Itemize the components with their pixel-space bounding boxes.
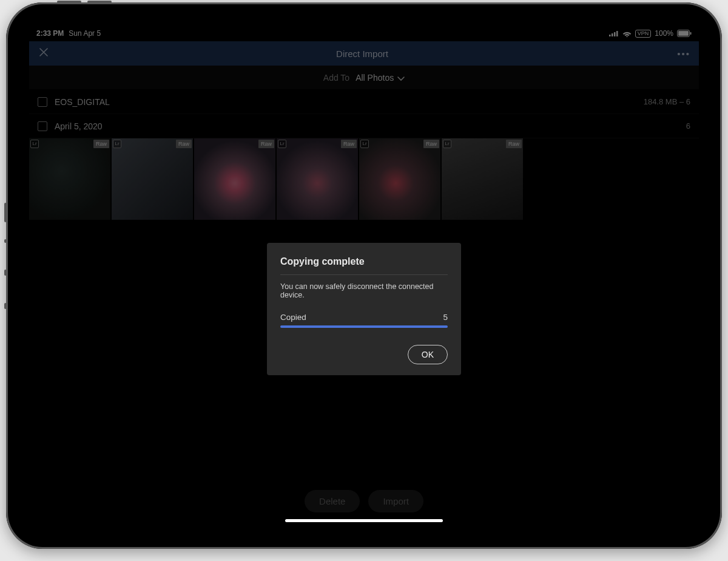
dialog-title: Copying complete [280,256,448,267]
progress-fill [280,325,448,328]
copy-complete-dialog: Copying complete You can now safely disc… [267,243,461,375]
top-button-2 [87,1,112,3]
ipad-device-frame: 2:33 PM Sun Apr 5 VPN 100% [6,2,722,549]
top-button-1 [57,1,81,3]
side-button [4,303,7,309]
copied-label: Copied [280,313,306,322]
divider [280,274,448,275]
volume-down-button [4,270,7,276]
side-indicator [4,239,7,243]
copied-count: 5 [443,313,448,322]
home-indicator[interactable] [285,519,443,522]
dialog-message: You can now safely disconnect the connec… [280,282,448,299]
progress-bar [280,325,448,328]
ok-button[interactable]: OK [408,345,448,364]
screen: 2:33 PM Sun Apr 5 VPN 100% [29,25,699,526]
volume-up-button [4,203,7,222]
